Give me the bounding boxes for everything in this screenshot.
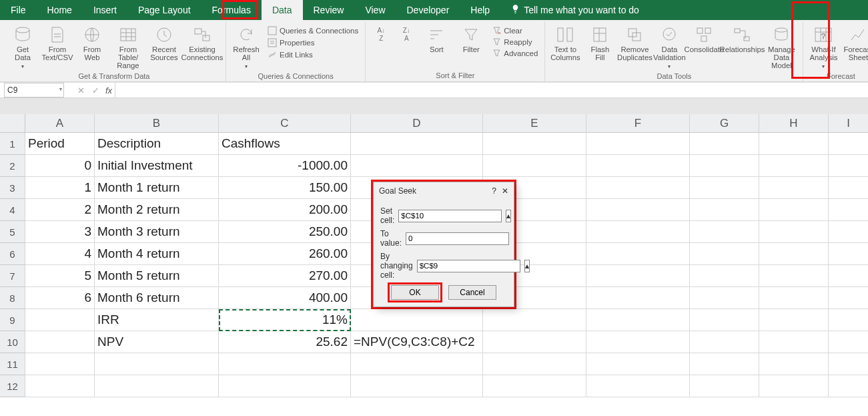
cell-B5[interactable]: Month 3 return xyxy=(95,221,219,243)
cell-F9[interactable] xyxy=(586,309,690,331)
tab-developer[interactable]: Developer xyxy=(396,0,460,20)
cell-G8[interactable] xyxy=(690,287,759,309)
cell-C8[interactable]: 400.00 xyxy=(219,287,351,309)
col-header-F[interactable]: F xyxy=(586,114,690,133)
to-value-input[interactable] xyxy=(406,232,509,245)
cell-C9[interactable]: 11% xyxy=(219,309,351,331)
cell-I6[interactable] xyxy=(829,243,868,265)
cell-G11[interactable] xyxy=(690,353,759,375)
cell-I10[interactable] xyxy=(829,331,868,353)
tab-formulas[interactable]: Formulas xyxy=(201,0,262,20)
tell-me-search[interactable]: Tell me what you want to do xyxy=(500,4,650,17)
cell-B3[interactable]: Month 1 return xyxy=(95,177,219,199)
cell-D1[interactable] xyxy=(351,133,483,155)
get-data-button[interactable]: Get Data▾ xyxy=(7,23,39,71)
what-if-analysis-button[interactable]: ? What-If Analysis▾ xyxy=(807,23,839,71)
cell-D12[interactable] xyxy=(351,375,483,397)
ok-button[interactable]: OK xyxy=(391,285,439,300)
row-header-3[interactable]: 3 xyxy=(0,177,25,199)
cell-H2[interactable] xyxy=(759,155,829,177)
from-text-csv-button[interactable]: From Text/CSV xyxy=(41,23,73,61)
cell-A9[interactable] xyxy=(25,309,95,331)
advanced-filter-button[interactable]: Advanced xyxy=(490,48,540,58)
recent-sources-button[interactable]: Recent Sources xyxy=(148,23,180,61)
cell-A1[interactable]: Period xyxy=(25,133,95,155)
cell-B1[interactable]: Description xyxy=(95,133,219,155)
cell-I8[interactable] xyxy=(829,287,868,309)
cell-A11[interactable] xyxy=(25,353,95,375)
cell-I11[interactable] xyxy=(829,353,868,375)
tab-view[interactable]: View xyxy=(354,0,396,20)
cell-H8[interactable] xyxy=(759,287,829,309)
cell-G1[interactable] xyxy=(690,133,759,155)
cell-A10[interactable] xyxy=(25,331,95,353)
dialog-close-button[interactable]: ✕ xyxy=(502,186,508,196)
cell-A3[interactable]: 1 xyxy=(25,177,95,199)
cell-A7[interactable]: 5 xyxy=(25,265,95,287)
cell-G3[interactable] xyxy=(690,177,759,199)
cell-A12[interactable] xyxy=(25,375,95,397)
row-header-1[interactable]: 1 xyxy=(0,133,25,155)
sort-dialog-button[interactable]: Sort xyxy=(420,23,452,53)
tab-insert[interactable]: Insert xyxy=(83,0,127,20)
col-header-G[interactable]: G xyxy=(690,114,759,133)
by-changing-input[interactable] xyxy=(417,260,520,272)
cell-H5[interactable] xyxy=(759,221,829,243)
tab-page-layout[interactable]: Page Layout xyxy=(127,0,201,20)
chevron-down-icon[interactable]: ▾ xyxy=(59,86,62,92)
cell-C7[interactable]: 270.00 xyxy=(219,265,351,287)
cell-E1[interactable] xyxy=(483,133,586,155)
cell-F6[interactable] xyxy=(586,243,690,265)
cell-B8[interactable]: Month 6 return xyxy=(95,287,219,309)
cell-C4[interactable]: 200.00 xyxy=(219,199,351,221)
cell-G5[interactable] xyxy=(690,221,759,243)
fx-icon[interactable]: fx xyxy=(103,85,115,95)
row-header-9[interactable]: 9 xyxy=(0,309,25,331)
enter-formula-icon[interactable]: ✓ xyxy=(88,85,103,95)
cell-F4[interactable] xyxy=(586,199,690,221)
cell-B12[interactable] xyxy=(95,375,219,397)
cell-A4[interactable]: 2 xyxy=(25,199,95,221)
cell-H4[interactable] xyxy=(759,199,829,221)
cell-D9[interactable] xyxy=(351,309,483,331)
filter-button[interactable]: Filter xyxy=(455,23,487,53)
cell-A6[interactable]: 4 xyxy=(25,243,95,265)
cell-G7[interactable] xyxy=(690,265,759,287)
cell-H6[interactable] xyxy=(759,243,829,265)
cell-I2[interactable] xyxy=(829,155,868,177)
cell-B11[interactable] xyxy=(95,353,219,375)
row-header-2[interactable]: 2 xyxy=(0,155,25,177)
cell-G12[interactable] xyxy=(690,375,759,397)
cell-E12[interactable] xyxy=(483,375,586,397)
sort-desc-button[interactable]: Z↓A xyxy=(395,23,418,44)
cell-B10[interactable]: NPV xyxy=(95,331,219,353)
cancel-button[interactable]: Cancel xyxy=(448,285,496,300)
cell-H12[interactable] xyxy=(759,375,829,397)
cell-A8[interactable]: 6 xyxy=(25,287,95,309)
row-header-12[interactable]: 12 xyxy=(0,375,25,397)
cell-G2[interactable] xyxy=(690,155,759,177)
col-header-H[interactable]: H xyxy=(759,114,829,133)
tab-data[interactable]: Data xyxy=(262,0,303,20)
cell-I12[interactable] xyxy=(829,375,868,397)
cell-I7[interactable] xyxy=(829,265,868,287)
queries-connections-button[interactable]: Queries & Connections xyxy=(265,25,361,36)
cell-F1[interactable] xyxy=(586,133,690,155)
row-header-8[interactable]: 8 xyxy=(0,287,25,309)
refresh-all-button[interactable]: Refresh All▾ xyxy=(230,23,262,71)
cell-G9[interactable] xyxy=(690,309,759,331)
col-header-I[interactable]: I xyxy=(829,114,868,133)
row-header-5[interactable]: 5 xyxy=(0,221,25,243)
dialog-help-button[interactable]: ? xyxy=(492,186,496,196)
row-header-10[interactable]: 10 xyxy=(0,331,25,353)
cell-G10[interactable] xyxy=(690,331,759,353)
cell-B7[interactable]: Month 5 return xyxy=(95,265,219,287)
row-header-7[interactable]: 7 xyxy=(0,265,25,287)
cell-H9[interactable] xyxy=(759,309,829,331)
cell-C3[interactable]: 150.00 xyxy=(219,177,351,199)
data-validation-button[interactable]: Data Validation▾ xyxy=(653,23,685,71)
cell-B4[interactable]: Month 2 return xyxy=(95,199,219,221)
properties-button[interactable]: Properties xyxy=(265,37,361,48)
cell-E10[interactable] xyxy=(483,331,586,353)
cell-F2[interactable] xyxy=(586,155,690,177)
